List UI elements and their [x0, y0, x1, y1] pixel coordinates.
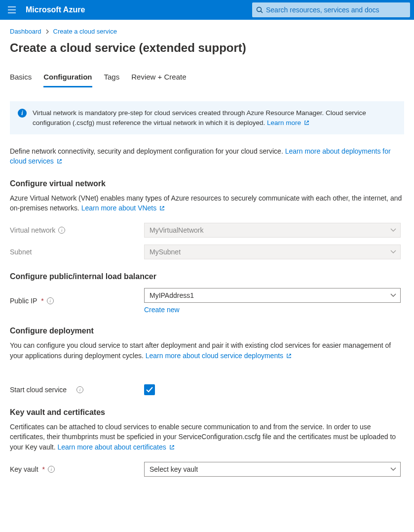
- key-vault-select[interactable]: Select key vault: [144, 462, 401, 477]
- search-box[interactable]: [252, 2, 410, 17]
- deployment-description: You can configure you cloud service to s…: [10, 340, 404, 361]
- vnet-learn-more-link[interactable]: Learn more about VNets: [81, 204, 165, 212]
- info-icon: i: [18, 109, 27, 118]
- help-icon[interactable]: i: [48, 466, 55, 473]
- tab-configuration[interactable]: Configuration: [43, 69, 92, 87]
- info-bar-text: Virtual network is mandatory pre-step fo…: [33, 108, 396, 127]
- public-ip-select[interactable]: MyIPAddress1: [144, 288, 401, 303]
- section-virtual-network: Configure virtual network: [10, 179, 404, 188]
- key-vault-learn-more-link[interactable]: Learn more about about certificates: [58, 443, 175, 451]
- brand-label: Microsoft Azure: [26, 5, 85, 14]
- chevron-down-icon: [390, 293, 396, 297]
- search-icon: [256, 6, 263, 13]
- section-key-vault: Key vault and certificates: [10, 408, 404, 417]
- key-vault-label: Key vault * i: [10, 465, 144, 473]
- chevron-down-icon: [390, 250, 396, 254]
- svg-line-1: [261, 11, 263, 13]
- breadcrumb: Dashboard Create a cloud service: [10, 28, 404, 35]
- virtual-network-select: MyVirtualNetwork: [144, 223, 401, 238]
- page-title: Create a cloud service (extended support…: [10, 41, 404, 55]
- section-deployment: Configure deployment: [10, 327, 404, 335]
- info-bar: i Virtual network is mandatory pre-step …: [10, 101, 404, 134]
- external-link-icon: [304, 120, 309, 125]
- virtual-network-label: Virtual network i: [10, 226, 144, 234]
- help-icon[interactable]: i: [76, 386, 83, 393]
- start-cloud-service-checkbox[interactable]: [144, 384, 155, 395]
- required-indicator: *: [41, 297, 43, 305]
- help-icon[interactable]: i: [58, 227, 65, 234]
- tab-basics[interactable]: Basics: [10, 69, 32, 87]
- search-input[interactable]: [266, 6, 406, 14]
- chevron-down-icon: [390, 467, 396, 471]
- section-load-balancer: Configure public/internal load balancer: [10, 272, 404, 281]
- svg-point-0: [257, 7, 262, 12]
- deployment-learn-more-link[interactable]: Learn more about cloud service deploymen…: [146, 352, 292, 360]
- top-bar: Microsoft Azure: [0, 0, 414, 20]
- intro-text: Define network connectivity, security an…: [10, 146, 404, 166]
- key-vault-description: Certificates can be attached to cloud se…: [10, 422, 404, 452]
- info-bar-learn-more-link[interactable]: Learn more: [267, 119, 309, 126]
- external-link-icon: [159, 205, 165, 211]
- breadcrumb-item-dashboard[interactable]: Dashboard: [10, 28, 41, 35]
- tab-tags[interactable]: Tags: [104, 69, 120, 87]
- external-link-icon: [57, 159, 62, 164]
- external-link-icon: [169, 445, 175, 450]
- subnet-label: Subnet: [10, 248, 144, 256]
- tab-bar: Basics Configuration Tags Review + Creat…: [10, 69, 404, 87]
- external-link-icon: [286, 353, 292, 359]
- vnet-description: Azure Virtual Network (VNet) enables man…: [10, 193, 404, 213]
- start-cloud-service-label: Start cloud service i: [10, 386, 144, 394]
- public-ip-label: Public IP * i: [10, 297, 144, 305]
- breadcrumb-item-create-cloud-service[interactable]: Create a cloud service: [53, 28, 117, 35]
- menu-icon[interactable]: [4, 2, 20, 18]
- chevron-down-icon: [390, 228, 396, 232]
- tab-review-create[interactable]: Review + Create: [131, 69, 186, 87]
- required-indicator: *: [42, 465, 45, 473]
- help-icon[interactable]: i: [47, 297, 54, 304]
- subnet-select: MySubnet: [144, 245, 401, 259]
- chevron-right-icon: [45, 29, 49, 34]
- create-new-link[interactable]: Create new: [144, 306, 180, 314]
